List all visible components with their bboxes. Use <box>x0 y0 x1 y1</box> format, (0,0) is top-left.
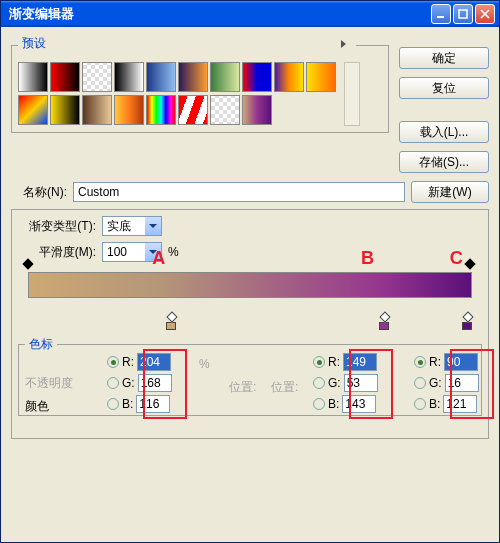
preset-swatch-0[interactable] <box>18 62 48 92</box>
opacity-stop-left[interactable] <box>24 260 34 270</box>
load-button[interactable]: 载入(L)... <box>399 121 489 143</box>
svg-rect-0 <box>437 16 444 18</box>
stops-fieldset: 色标 不透明度 颜色 R: G: B: % 位置: R: G: B: 位置: <box>18 336 482 416</box>
preset-swatch-1[interactable] <box>50 62 80 92</box>
smoothness-label: 平滑度(M): <box>18 244 96 261</box>
presets-legend: 预设 <box>18 35 356 56</box>
maximize-button[interactable] <box>453 4 473 24</box>
new-button[interactable]: 新建(W) <box>411 181 489 203</box>
preset-swatch-9[interactable] <box>306 62 336 92</box>
color-stop-b[interactable] <box>379 313 391 330</box>
presets-scrollbar[interactable] <box>344 62 360 126</box>
preset-swatch-10[interactable] <box>18 95 48 125</box>
preset-swatch-2[interactable] <box>82 62 112 92</box>
type-label: 渐变类型(T): <box>18 218 96 235</box>
marker-a: A <box>152 248 165 269</box>
radio-b-c[interactable] <box>414 398 426 410</box>
name-input[interactable] <box>73 182 405 202</box>
stops-legend: 色标 <box>25 336 57 353</box>
preset-swatch-5[interactable] <box>178 62 208 92</box>
highlight-b <box>349 349 393 419</box>
position-label-a: 位置: <box>229 379 256 396</box>
preset-swatch-16[interactable] <box>210 95 240 125</box>
color-stop-c[interactable] <box>462 313 474 330</box>
radio-b-a[interactable] <box>107 398 119 410</box>
color-label: 颜色 <box>25 398 73 415</box>
minimize-button[interactable] <box>431 4 451 24</box>
gradient-settings: 渐变类型(T): 实底 平滑度(M): 100 % A B C <box>11 209 489 439</box>
smoothness-suffix: % <box>168 245 179 259</box>
preset-swatch-14[interactable] <box>146 95 176 125</box>
preset-swatch-12[interactable] <box>82 95 112 125</box>
titlebar[interactable]: 渐变编辑器 <box>1 1 499 27</box>
type-value: 实底 <box>107 218 131 235</box>
radio-r-c[interactable] <box>414 356 426 368</box>
preset-swatch-7[interactable] <box>242 62 272 92</box>
presets-grid <box>18 62 340 126</box>
preset-swatch-13[interactable] <box>114 95 144 125</box>
preset-swatch-11[interactable] <box>50 95 80 125</box>
smoothness-value: 100 <box>107 245 127 259</box>
radio-g-c[interactable] <box>414 377 426 389</box>
close-button[interactable] <box>475 4 495 24</box>
preset-swatch-17[interactable] <box>242 95 272 125</box>
gradient-bar[interactable] <box>28 272 472 298</box>
highlight-a <box>143 349 187 419</box>
ok-button[interactable]: 确定 <box>399 47 489 69</box>
opacity-stop-right[interactable] <box>466 260 476 270</box>
marker-b: B <box>361 248 374 269</box>
window-title: 渐变编辑器 <box>5 5 429 23</box>
preset-swatch-8[interactable] <box>274 62 304 92</box>
type-select[interactable]: 实底 <box>102 216 162 236</box>
gradient-editor-window: 渐变编辑器 预设 确定 复位 载入(L <box>0 0 500 543</box>
highlight-c <box>450 349 494 419</box>
presets-menu-icon[interactable] <box>341 40 346 48</box>
radio-g-a[interactable] <box>107 377 119 389</box>
preset-swatch-6[interactable] <box>210 62 240 92</box>
preset-swatch-3[interactable] <box>114 62 144 92</box>
name-label: 名称(N): <box>11 184 67 201</box>
position-label-b: 位置: <box>271 379 298 396</box>
chevron-down-icon <box>145 217 161 235</box>
radio-r-a[interactable] <box>107 356 119 368</box>
preset-swatch-4[interactable] <box>146 62 176 92</box>
radio-r-b[interactable] <box>313 356 325 368</box>
svg-rect-1 <box>459 10 467 18</box>
presets-label: 预设 <box>22 35 46 52</box>
opacity-label: 不透明度 <box>25 375 73 392</box>
preset-swatch-15[interactable] <box>178 95 208 125</box>
presets-fieldset: 预设 <box>11 35 389 133</box>
marker-c: C <box>450 248 463 269</box>
radio-g-b[interactable] <box>313 377 325 389</box>
save-button[interactable]: 存储(S)... <box>399 151 489 173</box>
color-stop-a[interactable] <box>166 313 178 330</box>
reset-button[interactable]: 复位 <box>399 77 489 99</box>
radio-b-b[interactable] <box>313 398 325 410</box>
